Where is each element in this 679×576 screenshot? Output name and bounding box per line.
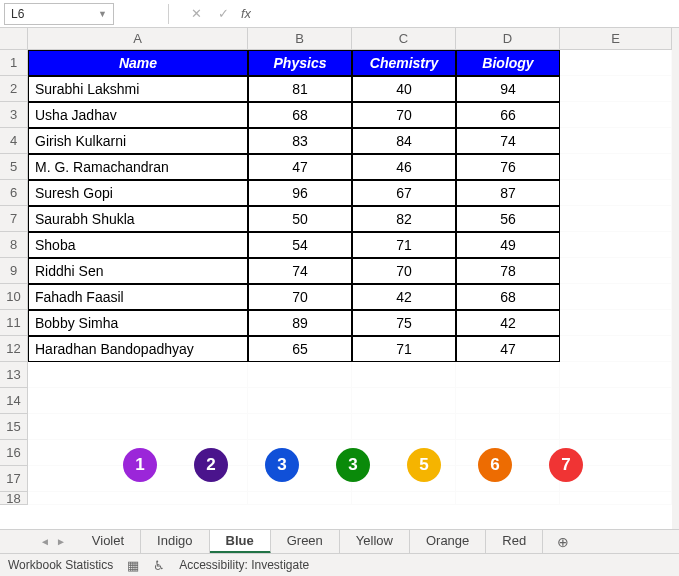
cell[interactable]: [560, 128, 672, 154]
row-header[interactable]: 3: [0, 102, 28, 128]
cell[interactable]: [560, 206, 672, 232]
row-header[interactable]: 18: [0, 492, 28, 505]
row-header[interactable]: 8: [0, 232, 28, 258]
cell[interactable]: 78: [456, 258, 560, 284]
cell[interactable]: Name: [28, 50, 248, 76]
cell[interactable]: 65: [248, 336, 352, 362]
cell[interactable]: [28, 388, 248, 414]
name-box[interactable]: L6 ▼: [4, 3, 114, 25]
cell[interactable]: 74: [456, 128, 560, 154]
fx-icon[interactable]: fx: [241, 6, 251, 21]
cell[interactable]: 47: [456, 336, 560, 362]
cell[interactable]: Surabhi Lakshmi: [28, 76, 248, 102]
select-all-corner[interactable]: [0, 28, 28, 50]
cell[interactable]: 50: [248, 206, 352, 232]
cell[interactable]: Shoba: [28, 232, 248, 258]
cell[interactable]: 56: [456, 206, 560, 232]
cell[interactable]: [352, 388, 456, 414]
cell[interactable]: 76: [456, 154, 560, 180]
cell[interactable]: [352, 414, 456, 440]
row-header[interactable]: 17: [0, 466, 28, 492]
cell[interactable]: 46: [352, 154, 456, 180]
sheet-tab-yellow[interactable]: Yellow: [340, 530, 410, 554]
col-header-b[interactable]: B: [248, 28, 352, 49]
cell[interactable]: [560, 180, 672, 206]
cell[interactable]: 49: [456, 232, 560, 258]
cell[interactable]: 42: [352, 284, 456, 310]
cell[interactable]: Riddhi Sen: [28, 258, 248, 284]
cell[interactable]: 94: [456, 76, 560, 102]
row-header[interactable]: 6: [0, 180, 28, 206]
cell[interactable]: [560, 154, 672, 180]
cell[interactable]: 87: [456, 180, 560, 206]
sheet-tab-green[interactable]: Green: [271, 530, 340, 554]
cell[interactable]: Saurabh Shukla: [28, 206, 248, 232]
cell[interactable]: 68: [456, 284, 560, 310]
cell[interactable]: [560, 76, 672, 102]
cell[interactable]: [28, 362, 248, 388]
workbook-stats[interactable]: Workbook Statistics: [8, 558, 113, 572]
col-header-d[interactable]: D: [456, 28, 560, 49]
cell[interactable]: M. G. Ramachandran: [28, 154, 248, 180]
cell[interactable]: 84: [352, 128, 456, 154]
cell[interactable]: 83: [248, 128, 352, 154]
row-header[interactable]: 2: [0, 76, 28, 102]
col-header-a[interactable]: A: [28, 28, 248, 49]
cell[interactable]: Bobby Simha: [28, 310, 248, 336]
add-sheet-button[interactable]: ⊕: [543, 534, 583, 550]
cell[interactable]: [560, 258, 672, 284]
sheet-tab-orange[interactable]: Orange: [410, 530, 486, 554]
tab-prev-icon[interactable]: ◄: [40, 536, 50, 547]
cell[interactable]: 54: [248, 232, 352, 258]
row-header[interactable]: 11: [0, 310, 28, 336]
cell[interactable]: Chemistry: [352, 50, 456, 76]
cell[interactable]: 82: [352, 206, 456, 232]
cell[interactable]: [560, 388, 672, 414]
cell[interactable]: 70: [352, 258, 456, 284]
cell[interactable]: [456, 492, 560, 505]
cell[interactable]: Biology: [456, 50, 560, 76]
cell[interactable]: 89: [248, 310, 352, 336]
cell[interactable]: [352, 492, 456, 505]
cell[interactable]: 71: [352, 336, 456, 362]
chevron-down-icon[interactable]: ▼: [98, 9, 107, 19]
cell[interactable]: 81: [248, 76, 352, 102]
row-header[interactable]: 16: [0, 440, 28, 466]
accessibility-icon[interactable]: ♿︎: [153, 558, 165, 573]
cell[interactable]: 96: [248, 180, 352, 206]
sheet-tab-indigo[interactable]: Indigo: [141, 530, 209, 554]
cell[interactable]: 74: [248, 258, 352, 284]
cell[interactable]: [560, 336, 672, 362]
cell[interactable]: 42: [456, 310, 560, 336]
cell[interactable]: [560, 102, 672, 128]
cell[interactable]: Suresh Gopi: [28, 180, 248, 206]
cell[interactable]: 75: [352, 310, 456, 336]
cell[interactable]: [456, 414, 560, 440]
cell[interactable]: [456, 388, 560, 414]
row-header[interactable]: 10: [0, 284, 28, 310]
accessibility-status[interactable]: Accessibility: Investigate: [179, 558, 309, 572]
cell[interactable]: [560, 310, 672, 336]
row-header[interactable]: 13: [0, 362, 28, 388]
col-header-e[interactable]: E: [560, 28, 672, 49]
cell[interactable]: [352, 362, 456, 388]
row-header[interactable]: 9: [0, 258, 28, 284]
tab-next-icon[interactable]: ►: [56, 536, 66, 547]
row-header[interactable]: 12: [0, 336, 28, 362]
cell[interactable]: 70: [248, 284, 352, 310]
cell[interactable]: Physics: [248, 50, 352, 76]
cell[interactable]: [560, 284, 672, 310]
row-header[interactable]: 15: [0, 414, 28, 440]
cell[interactable]: 40: [352, 76, 456, 102]
formula-input[interactable]: [251, 3, 679, 25]
row-header[interactable]: 14: [0, 388, 28, 414]
col-header-c[interactable]: C: [352, 28, 456, 49]
cell[interactable]: [28, 492, 248, 505]
cell[interactable]: Haradhan Bandopadhyay: [28, 336, 248, 362]
cell[interactable]: 71: [352, 232, 456, 258]
cell[interactable]: [560, 492, 672, 505]
tab-nav[interactable]: ◄ ►: [30, 536, 76, 547]
row-header[interactable]: 4: [0, 128, 28, 154]
cell[interactable]: Fahadh Faasil: [28, 284, 248, 310]
sheet-tab-blue[interactable]: Blue: [210, 530, 271, 554]
